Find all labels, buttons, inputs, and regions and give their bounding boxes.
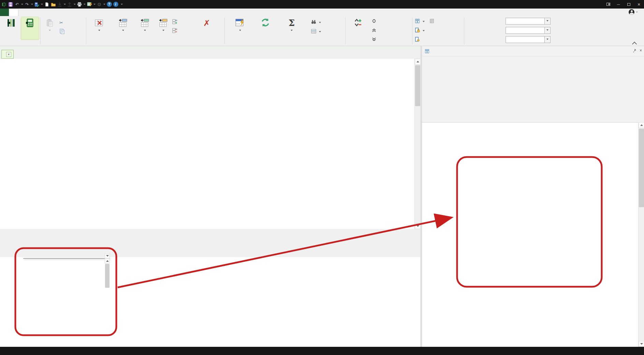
budget-rates-icon: [415, 37, 420, 43]
close-icon[interactable]: ×: [634, 0, 644, 9]
user-account-button[interactable]: [629, 9, 638, 15]
clipboard-icon: [46, 17, 54, 27]
knippen-button[interactable]: ✂: [59, 19, 64, 26]
calc-check-icon[interactable]: [34, 2, 40, 7]
document-canvas: [0, 257, 420, 347]
document-tab-strip: ×: [0, 46, 422, 59]
recalculate-icon: [261, 17, 270, 27]
moederbestand-button[interactable]: [415, 27, 425, 33]
undo-icon[interactable]: ↶: [14, 2, 20, 7]
maximize-icon[interactable]: [624, 0, 634, 9]
table-flash-icon[interactable]: [87, 2, 92, 7]
calc-check-dropdown-arrow[interactable]: [41, 4, 43, 6]
specificeren-button[interactable]: [2, 17, 20, 40]
document-tab[interactable]: ×: [1, 50, 14, 59]
kopieren-button[interactable]: [59, 29, 66, 35]
import-dropdown-arrow[interactable]: [64, 4, 66, 6]
tree-scroll-down-icon[interactable]: [639, 341, 644, 347]
scroll-up-icon[interactable]: [415, 59, 420, 65]
tab-invoegen[interactable]: [18, 9, 27, 16]
reference-tree: [422, 122, 638, 347]
tab-opmaak[interactable]: [36, 9, 45, 16]
table-flash-dropdown-arrow[interactable]: [93, 4, 96, 6]
post-plus-button[interactable]: [172, 18, 177, 25]
settings-dropdown-arrow[interactable]: [103, 4, 105, 6]
quick-access-toolbar: ↶ ↷ ⚙ ? i: [0, 2, 123, 7]
close-panel-icon[interactable]: ×: [640, 48, 642, 53]
aannemingssom-button[interactable]: Σ: [278, 17, 306, 40]
save-icon[interactable]: [8, 2, 13, 7]
ribbon: ✂ ✗: [0, 16, 644, 46]
toolbar-overflow-icon[interactable]: [121, 4, 123, 6]
tab-bestand[interactable]: [0, 9, 9, 16]
open-folder-icon[interactable]: [50, 2, 56, 7]
prijzenboeken-select[interactable]: [506, 36, 551, 43]
add-row-orange-icon: [159, 17, 168, 27]
print-dropdown-arrow[interactable]: [84, 4, 86, 6]
tree-scroll-up-icon[interactable]: [639, 122, 644, 128]
inschrijvingsstaten-select[interactable]: [506, 27, 551, 34]
begrotingstarieven-button[interactable]: [415, 37, 421, 43]
basisbestand-panel: ×: [422, 46, 644, 347]
tree-scrollbar[interactable]: [638, 122, 644, 347]
post-level-icon: [354, 17, 363, 27]
clear-cell-icon: ✗: [203, 17, 210, 27]
pin-panel-icon[interactable]: [632, 48, 636, 53]
status-bar: [0, 347, 644, 355]
add-row-green-icon: [141, 17, 149, 27]
deelpost-button[interactable]: [135, 17, 155, 40]
toevoegen-button[interactable]: [113, 17, 134, 40]
import-icon[interactable]: [57, 2, 62, 7]
copy-icon: [59, 29, 65, 35]
dropdown-scroll-down-icon[interactable]: [105, 253, 110, 258]
export-icon[interactable]: [67, 2, 72, 7]
doorrekenen-button[interactable]: [254, 17, 276, 40]
export-dropdown-arrow[interactable]: [74, 4, 76, 6]
scissors-icon: ✂: [59, 20, 63, 25]
dropdown-scroll-up-icon[interactable]: [105, 258, 110, 264]
post-in-uitklappen-button[interactable]: [372, 18, 378, 24]
code-dropdown: [23, 258, 110, 259]
delete-table-icon: [95, 17, 104, 27]
add-row-blue-icon: [119, 17, 128, 27]
settings-gear-icon[interactable]: ⚙: [97, 2, 102, 7]
alles-uitklappen-button[interactable]: [372, 37, 378, 43]
info-icon[interactable]: i: [113, 2, 118, 7]
basisbestand-button[interactable]: [415, 18, 435, 24]
application-window: ↶ ↷ ⚙ ? i ─ ×: [0, 0, 644, 355]
postniveau-tonen-button[interactable]: [347, 17, 369, 40]
ribbon-tab-bar: [0, 9, 644, 16]
instapniveaus-select[interactable]: [506, 18, 551, 25]
plakken-button[interactable]: [42, 17, 57, 40]
auto-substantiate-icon: [235, 17, 245, 27]
document-close-icon[interactable]: ×: [6, 52, 11, 57]
main-grid-scrollbar[interactable]: [414, 59, 420, 229]
tab-start[interactable]: [9, 9, 18, 16]
panel-title-bar: [422, 46, 644, 56]
print-icon[interactable]: [77, 2, 82, 7]
alles-inklappen-button[interactable]: [372, 27, 378, 33]
expand-collapse-icon: [372, 19, 376, 24]
automatisch-onderbouwen-button[interactable]: [227, 17, 253, 40]
calculeren-button[interactable]: [21, 17, 39, 40]
main-grid: [0, 59, 420, 229]
undo-dropdown-arrow[interactable]: [21, 4, 23, 6]
tarief-button[interactable]: [156, 17, 171, 40]
post-minus-button[interactable]: [172, 27, 177, 33]
verwijderen-button[interactable]: [88, 17, 111, 40]
collapse-ribbon-icon[interactable]: [633, 42, 636, 44]
help-icon[interactable]: ?: [106, 2, 112, 7]
panel-layout-icon[interactable]: [603, 0, 613, 9]
tab-weergave[interactable]: [27, 9, 36, 16]
celinhoud-wissen-button[interactable]: ✗: [191, 17, 222, 40]
new-document-icon[interactable]: [44, 2, 49, 7]
app-logo-icon: [1, 2, 7, 7]
redo-icon[interactable]: ↷: [24, 2, 30, 7]
zoeken-button[interactable]: [311, 19, 321, 25]
panel-title-icon: [425, 49, 429, 54]
minimize-icon[interactable]: ─: [613, 0, 624, 9]
selecteren-button[interactable]: [311, 28, 321, 34]
select-table-icon: [311, 29, 316, 34]
scroll-down-icon[interactable]: [415, 223, 420, 229]
redo-dropdown-arrow[interactable]: [31, 4, 33, 6]
